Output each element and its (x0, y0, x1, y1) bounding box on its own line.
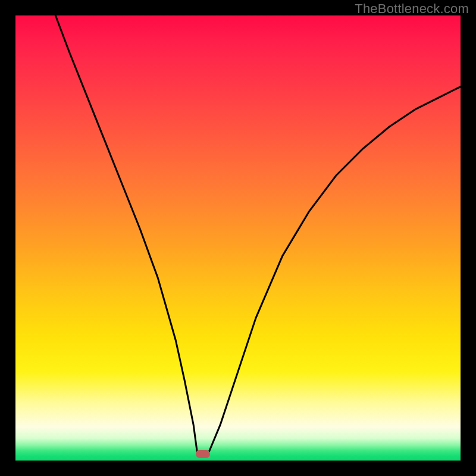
curve-path (55, 15, 461, 452)
chart-frame: TheBottleneck.com (0, 0, 476, 476)
minimum-marker (196, 450, 210, 458)
attribution-text: TheBottleneck.com (355, 1, 469, 17)
bottleneck-curve (15, 15, 461, 461)
